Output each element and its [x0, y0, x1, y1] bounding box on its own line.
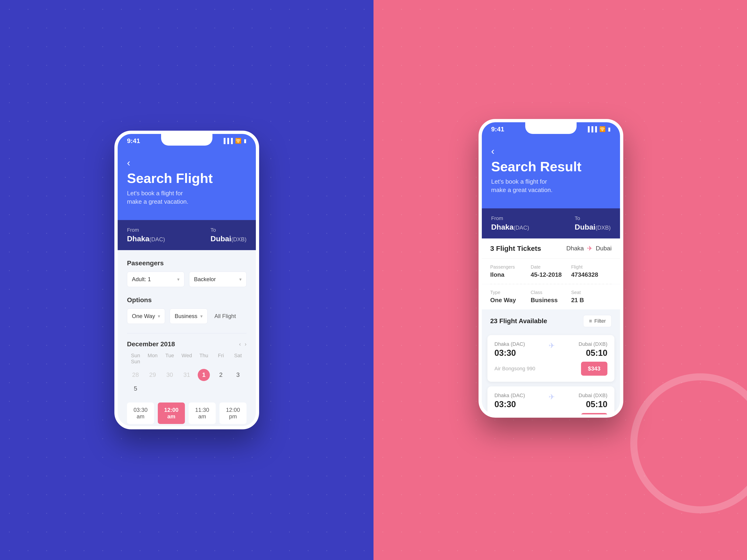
way-chevron: ▾ — [158, 313, 160, 319]
class-chevron: ▾ — [239, 276, 241, 282]
day-sat: Sat — [229, 352, 247, 358]
day-sun1: Sun — [127, 352, 144, 358]
signal-icon: ▐▐▐ — [222, 138, 233, 144]
ticket-to: Dubai — [596, 245, 612, 252]
cal-day-2[interactable]: 2 — [212, 368, 229, 382]
flight-list: Dhaka (DAC) 03:30 ✈ Dubai (DXB) 05:10 Ai… — [482, 333, 620, 415]
page-subtitle-left: Let's book a flight for make a great vac… — [127, 189, 197, 206]
phone-right: 9:41 ▐▐▐ 🛜 ▮ ‹ Search Result Let's book … — [479, 119, 623, 418]
options-row: One Way ▾ Business ▾ All Flight — [127, 309, 247, 324]
flight-1-to: Dubai (DXB) 05:10 — [579, 341, 608, 358]
to-city-right: Dubai(DXB) — [575, 223, 611, 232]
background-right: 9:41 ▐▐▐ 🛜 ▮ ‹ Search Result Let's book … — [374, 0, 747, 560]
time-slot-2[interactable]: 12:00 am — [158, 402, 185, 424]
route-bar-left: From Dhaka(DAC) To Dubai(DXB) — [118, 220, 256, 250]
flight-2-from: Dhaka (DAC) 03:30 — [494, 393, 525, 409]
from-city-right: Dhaka(DAC) — [491, 223, 529, 232]
info-flight: Flight 47346328 — [571, 264, 612, 278]
day-sun2: Sun — [127, 358, 144, 365]
ticket-plane-icon: ✈ — [587, 244, 592, 252]
filter-button[interactable]: ≡ Filter — [583, 315, 612, 327]
battery-icon-r: ▮ — [608, 126, 611, 132]
flight-2-price-button[interactable]: $546 — [581, 413, 608, 415]
to-route-left: To Dubai(DXB) — [211, 227, 247, 243]
ticket-info-1: Passengers Ilona Date 45-12-2018 Flight … — [482, 259, 620, 284]
phone-left: 9:41 ▐▐▐ 🛜 ▮ ‹ Search Flight Let's book … — [114, 131, 259, 429]
day-tue: Tue — [161, 352, 178, 358]
day-thu: Thu — [196, 352, 212, 358]
flight-card-2-bottom: Air Bongsong 990 $546 — [494, 413, 608, 415]
info-date: Date 45-12-2018 — [531, 264, 571, 278]
to-label-left: To — [211, 227, 247, 233]
page-title-right: Search Result — [491, 159, 611, 174]
flight-card-1-top: Dhaka (DAC) 03:30 ✈ Dubai (DXB) 05:10 — [494, 341, 608, 358]
flight-card-1: Dhaka (DAC) 03:30 ✈ Dubai (DXB) 05:10 Ai… — [487, 335, 614, 382]
time-slot-3[interactable]: 11:30 am — [189, 402, 216, 424]
divider-1 — [127, 333, 247, 334]
flight-1-plane-icon: ✈ — [548, 341, 555, 358]
flight-card-1-bottom: Air Bongsong 990 $343 — [494, 362, 608, 376]
info-passengers: Passengers Ilona — [490, 264, 531, 278]
day-wed: Wed — [178, 352, 195, 358]
calendar-days: 28 29 30 31 1 2 3 5 — [127, 368, 247, 396]
calendar-header: December 2018 ‹ › — [127, 341, 247, 348]
flight-2-plane-icon: ✈ — [548, 393, 555, 409]
passengers-title: Paseengers — [127, 260, 247, 267]
from-label-left: From — [127, 227, 165, 233]
adult-label: Adult: 1 — [132, 276, 151, 283]
from-city-left: Dhaka(DAC) — [127, 235, 165, 243]
business-dropdown[interactable]: Business ▾ — [170, 309, 207, 324]
calendar-nav: ‹ › — [239, 341, 247, 347]
flight-card-2-top: Dhaka (DAC) 03:30 ✈ Dubai (DXB) 05:10 — [494, 393, 608, 409]
time-slot-4[interactable]: 12:00 pm — [220, 402, 247, 424]
to-city-left: Dubai(DXB) — [211, 235, 247, 243]
class-label: Backelor — [194, 276, 216, 283]
cal-day-1[interactable]: 1 — [198, 369, 210, 381]
time-slot-1[interactable]: 03:30 am — [127, 402, 154, 424]
next-month-button[interactable]: › — [244, 341, 247, 347]
available-count: 23 Flight Available — [490, 317, 547, 325]
filter-label: Filter — [594, 318, 606, 324]
calendar-month: December 2018 — [127, 341, 175, 348]
back-button-right[interactable]: ‹ — [491, 145, 611, 157]
time-row: 03:30 am 12:00 am 11:30 am 12:00 pm — [127, 402, 247, 424]
cal-day-31[interactable]: 31 — [178, 368, 195, 382]
ticket-info-2: Type One Way Class Business Seat 21 B — [482, 284, 620, 310]
back-button-left[interactable]: ‹ — [127, 157, 247, 168]
cal-day-29[interactable]: 29 — [144, 368, 161, 382]
prev-month-button[interactable]: ‹ — [239, 341, 241, 347]
deco-circle — [630, 373, 747, 513]
notch-right — [525, 122, 576, 134]
business-chevron: ▾ — [200, 313, 203, 319]
flight-card-2: Dhaka (DAC) 03:30 ✈ Dubai (DXB) 05:10 Ai… — [487, 386, 614, 415]
way-dropdown[interactable]: One Way ▾ — [127, 309, 165, 324]
page-subtitle-right: Let's book a flight for make a great vac… — [491, 177, 561, 194]
day-mon: Mon — [144, 352, 161, 358]
route-bar-right: From Dhaka(DAC) To Dubai(DXB) — [482, 208, 620, 238]
flight-2-to: Dubai (DXB) 05:10 — [579, 393, 608, 409]
ticket-route: Dhaka ✈ Dubai — [566, 244, 612, 252]
filter-icon: ≡ — [589, 318, 592, 324]
cal-day-3[interactable]: 3 — [229, 368, 247, 382]
way-label: One Way — [132, 313, 155, 319]
info-class: Class Business — [531, 290, 571, 304]
adult-chevron: ▾ — [177, 276, 180, 282]
passengers-dropdowns: Adult: 1 ▾ Backelor ▾ — [127, 272, 247, 287]
class-dropdown[interactable]: Backelor ▾ — [189, 272, 247, 287]
from-route-left: From Dhaka(DAC) — [127, 227, 165, 243]
wifi-icon: 🛜 — [235, 138, 241, 144]
business-label: Business — [175, 313, 197, 319]
options-title: Options — [127, 296, 247, 304]
flight-1-price-button[interactable]: $343 — [581, 362, 608, 376]
from-route-right: From Dhaka(DAC) — [491, 215, 529, 232]
background-left: 9:41 ▐▐▐ 🛜 ▮ ‹ Search Flight Let's book … — [0, 0, 374, 560]
cal-day-5[interactable]: 5 — [127, 382, 144, 396]
day-fri: Fri — [212, 352, 229, 358]
all-flight-option: All Flight — [212, 309, 238, 324]
cal-day-28[interactable]: 28 — [127, 368, 144, 382]
adult-dropdown[interactable]: Adult: 1 ▾ — [127, 272, 184, 287]
status-icons-right: ▐▐▐ 🛜 ▮ — [586, 126, 611, 132]
info-seat: Seat 21 B — [571, 290, 612, 304]
content-left: Paseengers Adult: 1 ▾ Backelor ▾ Options — [118, 250, 256, 426]
cal-day-30[interactable]: 30 — [161, 368, 178, 382]
